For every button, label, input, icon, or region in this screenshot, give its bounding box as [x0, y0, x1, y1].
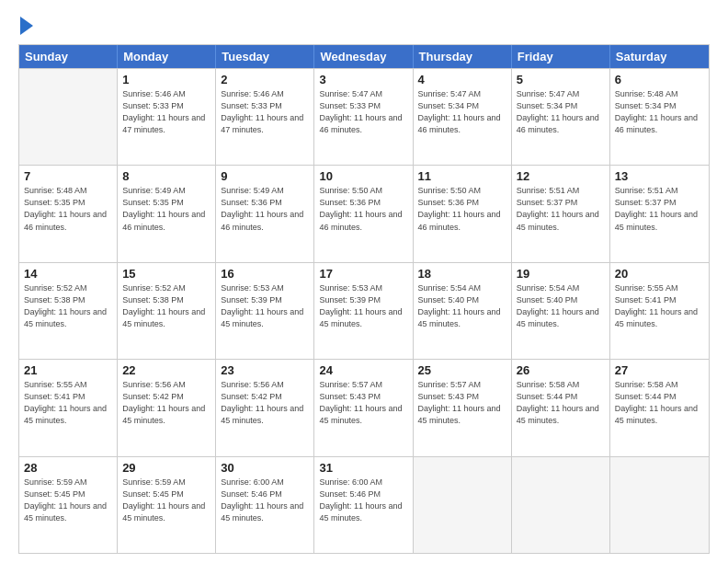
day-number: 1: [122, 73, 210, 86]
calendar-row: 7Sunrise: 5:48 AMSunset: 5:35 PMDaylight…: [19, 165, 709, 261]
day-number: 9: [221, 169, 309, 183]
calendar-cell: [19, 69, 118, 165]
calendar-cell: 29Sunrise: 5:59 AMSunset: 5:45 PMDayligh…: [118, 457, 216, 553]
calendar-cell: [512, 457, 610, 553]
day-info: Sunrise: 5:56 AMSunset: 5:42 PMDaylight:…: [221, 379, 309, 427]
day-info: Sunrise: 5:47 AMSunset: 5:33 PMDaylight:…: [319, 88, 407, 136]
calendar-cell: 30Sunrise: 6:00 AMSunset: 5:46 PMDayligh…: [216, 457, 314, 553]
day-info: Sunrise: 5:57 AMSunset: 5:43 PMDaylight:…: [418, 379, 506, 427]
calendar-cell: 5Sunrise: 5:47 AMSunset: 5:34 PMDaylight…: [512, 69, 610, 165]
day-info: Sunrise: 5:46 AMSunset: 5:33 PMDaylight:…: [122, 88, 210, 136]
day-number: 5: [517, 73, 605, 86]
calendar-cell: 27Sunrise: 5:58 AMSunset: 5:44 PMDayligh…: [610, 360, 709, 455]
day-number: 22: [122, 363, 210, 377]
day-info: Sunrise: 5:53 AMSunset: 5:39 PMDaylight:…: [221, 282, 309, 330]
day-info: Sunrise: 5:48 AMSunset: 5:35 PMDaylight:…: [24, 185, 112, 233]
day-number: 18: [418, 267, 506, 281]
calendar-cell: 14Sunrise: 5:52 AMSunset: 5:38 PMDayligh…: [19, 263, 118, 359]
page: SundayMondayTuesdayWednesdayThursdayFrid…: [0, 0, 728, 563]
calendar-cell: 21Sunrise: 5:55 AMSunset: 5:41 PMDayligh…: [19, 360, 118, 455]
day-number: 26: [517, 363, 605, 377]
day-number: 24: [319, 363, 407, 377]
day-info: Sunrise: 5:56 AMSunset: 5:42 PMDaylight:…: [122, 379, 210, 427]
day-info: Sunrise: 5:47 AMSunset: 5:34 PMDaylight:…: [517, 88, 605, 136]
day-number: 17: [319, 267, 407, 281]
calendar-header-cell: Saturday: [610, 45, 709, 68]
day-info: Sunrise: 5:52 AMSunset: 5:38 PMDaylight:…: [24, 282, 112, 330]
day-info: Sunrise: 5:59 AMSunset: 5:45 PMDaylight:…: [122, 477, 210, 524]
calendar: SundayMondayTuesdayWednesdayThursdayFrid…: [18, 44, 710, 554]
logo: [18, 17, 33, 35]
calendar-header-cell: Sunday: [19, 45, 118, 68]
day-info: Sunrise: 6:00 AMSunset: 5:46 PMDaylight:…: [221, 477, 309, 524]
day-number: 6: [615, 73, 704, 86]
day-number: 19: [517, 267, 605, 281]
calendar-cell: 28Sunrise: 5:59 AMSunset: 5:45 PMDayligh…: [19, 457, 118, 553]
calendar-row: 1Sunrise: 5:46 AMSunset: 5:33 PMDaylight…: [19, 68, 709, 165]
calendar-body: 1Sunrise: 5:46 AMSunset: 5:33 PMDaylight…: [19, 68, 709, 553]
calendar-cell: 22Sunrise: 5:56 AMSunset: 5:42 PMDayligh…: [118, 360, 216, 455]
calendar-cell: 15Sunrise: 5:52 AMSunset: 5:38 PMDayligh…: [118, 263, 216, 359]
day-number: 10: [319, 169, 407, 183]
calendar-header-cell: Thursday: [414, 45, 512, 68]
day-info: Sunrise: 5:46 AMSunset: 5:33 PMDaylight:…: [221, 88, 309, 136]
day-info: Sunrise: 5:53 AMSunset: 5:39 PMDaylight:…: [319, 282, 407, 330]
day-info: Sunrise: 5:58 AMSunset: 5:44 PMDaylight:…: [517, 379, 605, 427]
day-number: 31: [319, 461, 407, 475]
day-number: 27: [615, 363, 704, 377]
calendar-cell: 16Sunrise: 5:53 AMSunset: 5:39 PMDayligh…: [216, 263, 314, 359]
calendar-cell: 23Sunrise: 5:56 AMSunset: 5:42 PMDayligh…: [216, 360, 314, 455]
calendar-cell: 1Sunrise: 5:46 AMSunset: 5:33 PMDaylight…: [118, 69, 216, 165]
day-info: Sunrise: 5:48 AMSunset: 5:34 PMDaylight:…: [615, 88, 704, 136]
calendar-cell: 11Sunrise: 5:50 AMSunset: 5:36 PMDayligh…: [414, 166, 512, 261]
day-info: Sunrise: 5:47 AMSunset: 5:34 PMDaylight:…: [418, 88, 506, 136]
day-number: 21: [24, 363, 112, 377]
day-number: 15: [122, 267, 210, 281]
calendar-cell: 10Sunrise: 5:50 AMSunset: 5:36 PMDayligh…: [314, 166, 413, 261]
logo-arrow-icon: [20, 17, 33, 35]
calendar-cell: [610, 457, 709, 553]
calendar-cell: [414, 457, 512, 553]
day-number: 3: [319, 73, 407, 86]
day-number: 11: [418, 169, 506, 183]
day-info: Sunrise: 5:58 AMSunset: 5:44 PMDaylight:…: [615, 379, 704, 427]
day-info: Sunrise: 5:54 AMSunset: 5:40 PMDaylight:…: [517, 282, 605, 330]
day-number: 13: [615, 169, 704, 183]
calendar-cell: 31Sunrise: 6:00 AMSunset: 5:46 PMDayligh…: [314, 457, 413, 553]
day-info: Sunrise: 5:57 AMSunset: 5:43 PMDaylight:…: [319, 379, 407, 427]
day-info: Sunrise: 5:55 AMSunset: 5:41 PMDaylight:…: [615, 282, 704, 330]
day-number: 20: [615, 267, 704, 281]
calendar-header-cell: Friday: [512, 45, 610, 68]
calendar-cell: 12Sunrise: 5:51 AMSunset: 5:37 PMDayligh…: [512, 166, 610, 261]
calendar-row: 28Sunrise: 5:59 AMSunset: 5:45 PMDayligh…: [19, 456, 709, 553]
calendar-cell: 7Sunrise: 5:48 AMSunset: 5:35 PMDaylight…: [19, 166, 118, 261]
day-number: 29: [122, 461, 210, 475]
day-info: Sunrise: 6:00 AMSunset: 5:46 PMDaylight:…: [319, 477, 407, 524]
header: [18, 17, 710, 35]
day-info: Sunrise: 5:50 AMSunset: 5:36 PMDaylight:…: [418, 185, 506, 233]
day-info: Sunrise: 5:50 AMSunset: 5:36 PMDaylight:…: [319, 185, 407, 233]
calendar-cell: 26Sunrise: 5:58 AMSunset: 5:44 PMDayligh…: [512, 360, 610, 455]
day-number: 28: [24, 461, 112, 475]
calendar-cell: 4Sunrise: 5:47 AMSunset: 5:34 PMDaylight…: [414, 69, 512, 165]
calendar-row: 21Sunrise: 5:55 AMSunset: 5:41 PMDayligh…: [19, 359, 709, 455]
calendar-header-cell: Wednesday: [314, 45, 413, 68]
calendar-cell: 19Sunrise: 5:54 AMSunset: 5:40 PMDayligh…: [512, 263, 610, 359]
day-info: Sunrise: 5:51 AMSunset: 5:37 PMDaylight:…: [615, 185, 704, 233]
calendar-cell: 6Sunrise: 5:48 AMSunset: 5:34 PMDaylight…: [610, 69, 709, 165]
day-number: 16: [221, 267, 309, 281]
calendar-cell: 17Sunrise: 5:53 AMSunset: 5:39 PMDayligh…: [314, 263, 413, 359]
calendar-header-cell: Monday: [118, 45, 216, 68]
calendar-cell: 9Sunrise: 5:49 AMSunset: 5:36 PMDaylight…: [216, 166, 314, 261]
day-info: Sunrise: 5:49 AMSunset: 5:35 PMDaylight:…: [122, 185, 210, 233]
day-number: 23: [221, 363, 309, 377]
calendar-cell: 18Sunrise: 5:54 AMSunset: 5:40 PMDayligh…: [414, 263, 512, 359]
day-number: 7: [24, 169, 112, 183]
day-number: 8: [122, 169, 210, 183]
day-info: Sunrise: 5:49 AMSunset: 5:36 PMDaylight:…: [221, 185, 309, 233]
calendar-cell: 8Sunrise: 5:49 AMSunset: 5:35 PMDaylight…: [118, 166, 216, 261]
calendar-cell: 24Sunrise: 5:57 AMSunset: 5:43 PMDayligh…: [314, 360, 413, 455]
calendar-row: 14Sunrise: 5:52 AMSunset: 5:38 PMDayligh…: [19, 262, 709, 359]
day-number: 4: [418, 73, 506, 86]
calendar-cell: 13Sunrise: 5:51 AMSunset: 5:37 PMDayligh…: [610, 166, 709, 261]
